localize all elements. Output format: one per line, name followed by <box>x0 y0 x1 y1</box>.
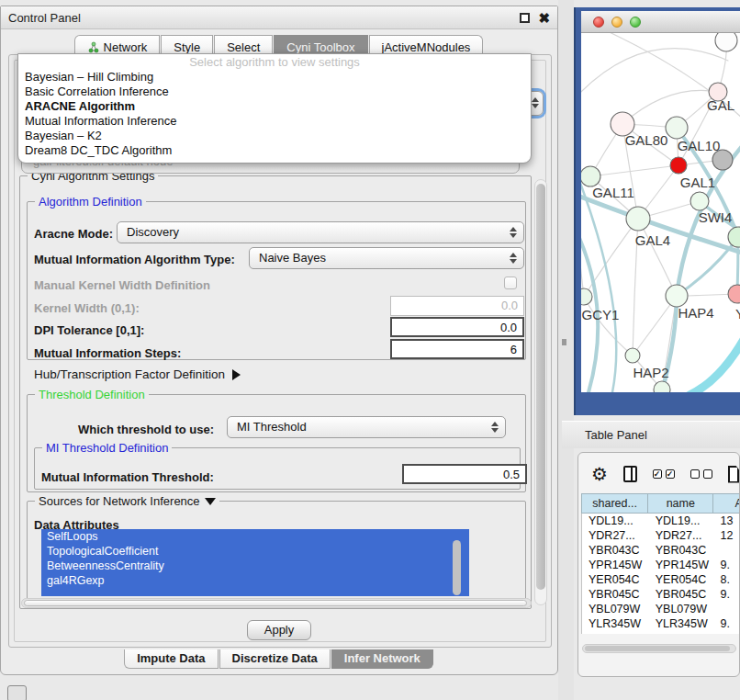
apply-button[interactable]: Apply <box>247 620 311 640</box>
algorithm-dropdown-popup: Select algorithm to view settings Bayesi… <box>17 53 532 164</box>
aracne-mode-value: Discovery <box>127 225 179 239</box>
network-edge <box>584 297 633 356</box>
network-icon <box>87 41 99 53</box>
network-node-swi4[interactable] <box>690 192 709 210</box>
tab-cyni-toolbox[interactable]: Cyni Toolbox <box>274 35 367 55</box>
table-cell <box>714 602 740 616</box>
mi-threshold-field[interactable]: 0.5 <box>402 464 527 484</box>
attribute-item[interactable] <box>41 588 469 596</box>
tab-infer-network[interactable]: Infer Network <box>331 649 433 669</box>
algorithm-option-bayesian-hill-climbing[interactable]: Bayesian – Hill Climbing <box>18 70 531 85</box>
attribute-item-betweennesscentrality[interactable]: BetweennessCentrality <box>41 559 469 573</box>
table-row[interactable]: YLR345WYLR345W9. <box>582 616 740 631</box>
mi-type-label: Mutual Information Algorithm Type: <box>34 253 235 266</box>
tab-impute-data[interactable]: Impute Data <box>124 649 218 669</box>
float-window-icon[interactable] <box>520 13 530 23</box>
table-row[interactable]: YIL052CYIL052C9 <box>582 631 740 634</box>
columns-icon[interactable] <box>623 466 637 482</box>
splitter-grip[interactable] <box>562 339 566 345</box>
mi-threshold-label: Mutual Information Threshold: <box>41 470 214 484</box>
zoom-traffic-light[interactable] <box>630 17 641 28</box>
which-threshold-label: Which threshold to use: <box>78 423 214 436</box>
table-toolbar: ⚙ ✓✓ <box>578 460 739 488</box>
network-node-label: GAL1 <box>680 175 715 190</box>
table-hscrollbar[interactable] <box>582 644 736 653</box>
manual-kernel-checkbox[interactable] <box>504 277 517 289</box>
table-cell: YLR345W <box>649 616 714 631</box>
network-node-label: GAL80 <box>625 132 668 148</box>
network-node-label: GAL11 <box>592 185 634 200</box>
network-window-titlebar[interactable] <box>581 11 740 33</box>
network-node[interactable] <box>715 33 737 51</box>
collapse-down-icon[interactable] <box>205 498 216 505</box>
minimize-traffic-light[interactable] <box>611 17 622 28</box>
algorithm-placeholder: Select algorithm to view settings <box>18 54 531 70</box>
mi-steps-field[interactable]: 6 <box>390 339 524 359</box>
attribute-item-gal4rgexp[interactable]: gal4RGexp <box>41 573 469 588</box>
algorithm-option-mutual-information-inference[interactable]: Mutual Information Inference <box>18 114 531 129</box>
algorithm-option-basic-correlation-inference[interactable]: Basic Correlation Inference <box>18 85 531 99</box>
attributes-scrollbar[interactable] <box>453 540 461 595</box>
attribute-item-selfloops[interactable]: SelfLoops <box>41 529 469 544</box>
deselect-all-columns-icon[interactable] <box>690 469 712 479</box>
network-node-hap4[interactable] <box>666 285 688 307</box>
settings-scrollbar[interactable] <box>534 179 547 605</box>
table-row[interactable]: YER054CYER054C8. <box>582 572 740 587</box>
network-node-gal1[interactable] <box>670 157 687 174</box>
hub-definition-toggle[interactable]: Hub/Transcription Factor Definition <box>34 367 241 381</box>
close-icon[interactable]: ✖ <box>538 13 550 23</box>
table-cell: YBR045C <box>582 587 649 602</box>
select-all-columns-icon[interactable]: ✓✓ <box>653 469 675 479</box>
tab-discretize-data[interactable]: Discretize Data <box>219 649 331 669</box>
table-cell: YBR045C <box>649 587 714 602</box>
table-row[interactable]: YBR045CYBR045C9. <box>582 587 740 602</box>
algorithm-option-dream8-dc-tdc-algorithm[interactable]: Dream8 DC_TDC Algorithm <box>18 143 531 158</box>
close-traffic-light[interactable] <box>593 17 604 28</box>
tab-style[interactable]: Style <box>161 35 213 55</box>
kernel-width-value: 0.0 <box>501 299 518 312</box>
network-node-hap2[interactable] <box>625 348 640 363</box>
panel-splitter[interactable] <box>558 0 574 700</box>
table-row[interactable]: YBR043CYBR043C <box>582 543 740 558</box>
network-node-gal4[interactable] <box>626 207 650 231</box>
aracne-mode-label: Aracne Mode: <box>34 227 113 241</box>
dpi-tolerance-field[interactable]: 0.0 <box>390 317 524 337</box>
aracne-mode-combobox[interactable]: Discovery <box>117 221 524 243</box>
bottom-tabs: Impute DataDiscretize DataInfer Network <box>1 649 557 670</box>
attribute-item-topologicalcoefficient[interactable]: TopologicalCoefficient <box>41 544 469 559</box>
column-header-shared[interactable]: shared... <box>581 493 648 514</box>
table-row[interactable]: YBL079WYBL079W <box>582 602 740 616</box>
table-row[interactable]: YDL19...YDL19...13 <box>582 514 740 528</box>
network-node-gal10[interactable] <box>666 117 688 139</box>
table-cell: YIL052C <box>582 631 649 634</box>
network-graph: GALGAL80GAL10GAL1GAL11SWI4GAL4GCY1HAP4YH… <box>581 33 740 392</box>
data-attributes-list[interactable]: SelfLoopsTopologicalCoefficientBetweenne… <box>41 529 469 596</box>
network-node[interactable] <box>712 150 733 170</box>
table-row[interactable]: YDR27...YDR27...12 <box>582 528 740 543</box>
table-cell: YDL19... <box>582 514 649 528</box>
column-header-name[interactable]: name <box>648 493 713 514</box>
algorithm-option-aracne-algorithm[interactable]: ARACNE Algorithm <box>18 99 531 114</box>
settings-hscrollbar[interactable] <box>21 598 532 608</box>
network-node-y[interactable] <box>728 285 740 303</box>
dpi-tolerance-value: 0.0 <box>500 321 517 334</box>
network-node[interactable] <box>728 227 740 247</box>
algorithm-option-bayesian-k2[interactable]: Bayesian – K2 <box>18 129 531 143</box>
kernel-width-field[interactable]: 0.0 <box>390 296 524 316</box>
mi-steps-label: Mutual Information Steps: <box>34 346 181 360</box>
table-cell <box>714 543 740 558</box>
network-node-gal11[interactable] <box>581 166 600 186</box>
table-row[interactable]: YPR145WYPR145W9. <box>582 558 740 572</box>
column-header-a[interactable]: A <box>713 493 740 514</box>
minimized-panel-icon[interactable] <box>7 685 27 700</box>
network-node-gcy1[interactable] <box>581 288 592 305</box>
gear-icon[interactable]: ⚙ <box>591 465 608 483</box>
network-canvas[interactable]: GALGAL80GAL10GAL1GAL11SWI4GAL4GCY1HAP4YH… <box>581 33 740 392</box>
network-node-label: GAL <box>707 97 734 113</box>
tab-select[interactable]: Select <box>214 35 273 55</box>
tab-jactivemnodules[interactable]: jActiveMNodules <box>369 35 484 55</box>
mi-type-combobox[interactable]: Naive Bayes <box>249 247 524 269</box>
which-threshold-combobox[interactable]: MI Threshold <box>227 416 506 438</box>
tab-network[interactable]: Network <box>74 35 161 55</box>
new-table-icon[interactable] <box>728 466 739 483</box>
